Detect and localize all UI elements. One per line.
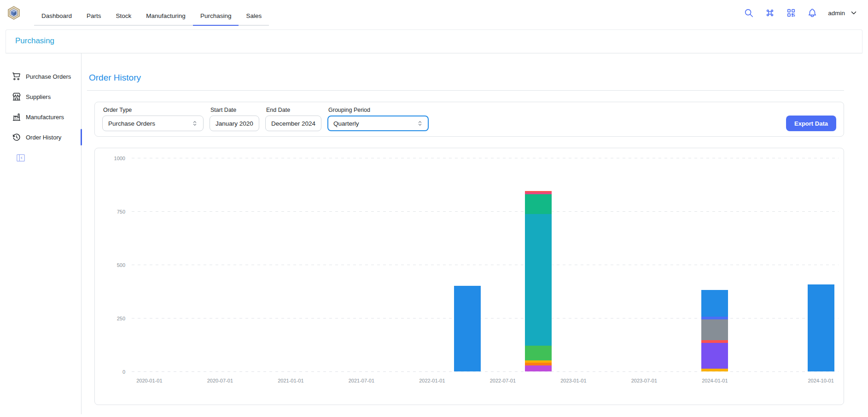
sidebar-item-label: Suppliers: [26, 93, 51, 100]
x-axis-tick-label: 2020-01-01: [136, 378, 162, 383]
title-divider: [87, 90, 844, 91]
shopping-cart-icon: [12, 72, 21, 81]
gridline-1000: [132, 158, 839, 158]
page-title: Order History: [89, 73, 844, 83]
search-icon[interactable]: [743, 7, 754, 18]
username: admin: [828, 10, 845, 17]
gridline-250: [132, 318, 839, 319]
header-actions: admin: [743, 7, 858, 18]
factory-icon: [12, 112, 21, 122]
command-icon[interactable]: [764, 7, 775, 18]
gridline-0: [132, 371, 839, 372]
order-history-panel: Order History Order Type Purchase Orders…: [82, 53, 862, 414]
bar-segment: [525, 365, 552, 371]
sidebar-item-purchase-orders[interactable]: Purchase Orders: [6, 67, 81, 86]
sidebar-item-label: Manufacturers: [26, 114, 64, 121]
breadcrumb-purchasing-link[interactable]: Purchasing: [15, 36, 54, 45]
y-axis-tick-label: 1000: [114, 156, 125, 161]
qr-scan-icon[interactable]: [786, 7, 797, 18]
sidebar-item-manufacturers[interactable]: Manufacturers: [6, 108, 81, 126]
y-axis-tick-label: 750: [117, 209, 125, 214]
y-axis-tick-label: 500: [117, 262, 125, 268]
start-date-input[interactable]: January 2020: [210, 116, 259, 131]
sidebar-item-suppliers[interactable]: Suppliers: [6, 87, 81, 106]
bar-segment: [701, 369, 728, 371]
sidebar-item-order-history[interactable]: Order History: [6, 128, 81, 146]
inventree-logo-icon[interactable]: [6, 6, 21, 20]
selector-updown-icon: [416, 120, 424, 127]
x-axis-tick-label: 2021-01-01: [278, 378, 303, 383]
top-navbar: DashboardPartsStockManufacturingPurchasi…: [0, 0, 868, 26]
export-data-button[interactable]: Export Data: [786, 116, 836, 131]
gridline-750: [132, 211, 839, 212]
order-type-label: Order Type: [103, 107, 204, 113]
bar-segment: [525, 346, 552, 360]
selector-updown-icon: [191, 120, 198, 127]
end-date-input[interactable]: December 2024: [265, 116, 321, 131]
x-axis-tick-label: 2024-01-01: [702, 378, 728, 383]
x-axis-tick-label: 2021-07-01: [349, 378, 374, 383]
tab-purchasing[interactable]: Purchasing: [193, 6, 239, 26]
bar-segment: [701, 290, 728, 316]
tab-dashboard[interactable]: Dashboard: [34, 6, 79, 26]
purchasing-sidebar: Purchase OrdersSuppliersManufacturersOrd…: [6, 53, 82, 414]
tab-parts[interactable]: Parts: [79, 6, 109, 26]
gridline-500: [132, 265, 839, 265]
user-menu[interactable]: admin: [828, 9, 858, 17]
sidebar-item-label: Purchase Orders: [26, 73, 71, 80]
bar-2022-04-01[interactable]: [454, 285, 481, 372]
bar-2024-10-01[interactable]: [807, 284, 835, 372]
grouping-period-label: Grouping Period: [328, 107, 429, 113]
bar-segment: [525, 214, 552, 346]
order-type-select[interactable]: Purchase Orders: [102, 116, 204, 131]
chevron-down-icon: [850, 9, 858, 17]
bar-2024-01-01[interactable]: [701, 290, 728, 372]
bar-segment: [808, 284, 834, 371]
sidebar-collapse-icon[interactable]: [16, 153, 26, 163]
sidebar-item-label: Order History: [26, 134, 61, 141]
bar-segment: [701, 319, 728, 340]
x-axis-tick-label: 2023-01-01: [560, 378, 586, 383]
start-date-label: Start Date: [210, 107, 259, 113]
end-date-label: End Date: [266, 107, 321, 113]
x-axis-tick-label: 2024-10-01: [808, 378, 833, 383]
bar-segment: [525, 194, 552, 214]
bar-segment: [454, 286, 481, 371]
y-axis-tick-label: 250: [117, 316, 125, 321]
filter-card: Order Type Purchase Orders Start Date Ja…: [94, 102, 844, 137]
tab-sales[interactable]: Sales: [239, 6, 269, 26]
building-store-icon: [12, 92, 21, 101]
history-icon: [12, 133, 21, 142]
bell-icon[interactable]: [807, 7, 818, 18]
x-axis-tick-label: 2020-07-01: [207, 378, 233, 383]
bar-segment: [701, 343, 728, 369]
x-axis-tick-label: 2023-07-01: [631, 378, 657, 383]
y-axis-tick-label: 0: [122, 369, 125, 375]
main-nav-tabs: DashboardPartsStockManufacturingPurchasi…: [34, 6, 269, 26]
grouping-period-select[interactable]: Quarterly: [327, 116, 429, 131]
stacked-bar-chart: 025050075010002020-01-012020-07-012021-0…: [132, 158, 839, 372]
tab-stock[interactable]: Stock: [109, 6, 139, 26]
tab-manufacturing[interactable]: Manufacturing: [139, 6, 193, 26]
bar-2022-10-01[interactable]: [524, 191, 552, 372]
x-axis-tick-label: 2022-01-01: [419, 378, 445, 383]
x-axis-tick-label: 2022-07-01: [490, 378, 516, 383]
order-history-chart-card: 025050075010002020-01-012020-07-012021-0…: [94, 148, 844, 405]
breadcrumb: Purchasing: [6, 29, 862, 53]
